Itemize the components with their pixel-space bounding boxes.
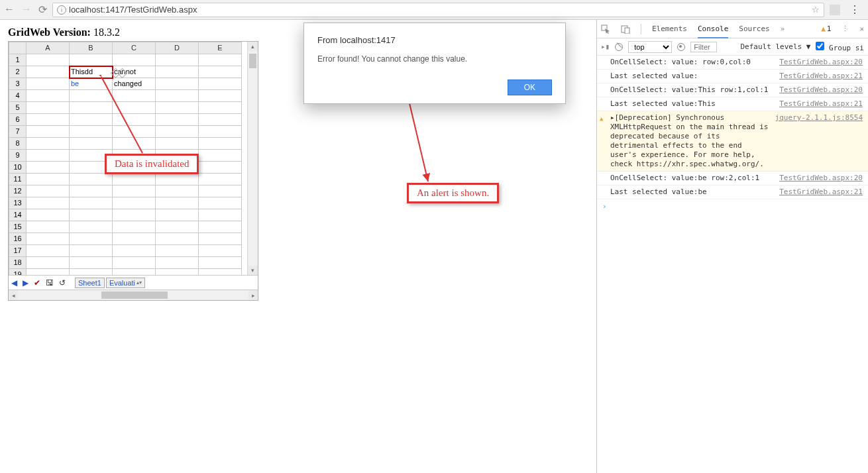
scroll-thumb[interactable] bbox=[249, 54, 256, 68]
console-source-link[interactable]: TestGridWeb.aspx:20 bbox=[779, 58, 863, 67]
grid-cell[interactable] bbox=[156, 138, 199, 150]
grid-cell[interactable] bbox=[156, 126, 199, 138]
grid-cell[interactable] bbox=[113, 114, 156, 126]
grid-cell[interactable] bbox=[113, 102, 156, 114]
devtools-settings-icon[interactable]: ⋮ bbox=[841, 25, 849, 33]
grid-cell[interactable] bbox=[156, 54, 199, 66]
row-header[interactable]: 4 bbox=[9, 90, 27, 102]
row-header[interactable]: 5 bbox=[9, 102, 27, 114]
devtools-tab-sources[interactable]: Sources bbox=[739, 25, 769, 33]
console-clear-icon[interactable] bbox=[615, 43, 623, 51]
grid-cell[interactable] bbox=[199, 209, 242, 221]
grid-cell[interactable] bbox=[156, 174, 199, 185]
row-header[interactable]: 3 bbox=[9, 78, 27, 90]
console-source-link[interactable]: TestGridWeb.aspx:20 bbox=[779, 174, 863, 183]
grid-cell[interactable] bbox=[199, 174, 242, 185]
devtools-tab-console[interactable]: Console bbox=[698, 25, 728, 38]
row-header[interactable]: 9 bbox=[9, 150, 27, 162]
row-header[interactable]: 11 bbox=[9, 174, 27, 185]
grid-cell[interactable] bbox=[113, 90, 156, 102]
hscroll-thumb[interactable] bbox=[101, 291, 168, 299]
grid-cell[interactable] bbox=[70, 174, 113, 185]
grid-cell[interactable] bbox=[27, 114, 70, 126]
commit-icon[interactable]: ✔ bbox=[34, 278, 40, 288]
grid-cell[interactable] bbox=[113, 209, 156, 221]
devtools-close-icon[interactable]: ✕ bbox=[859, 25, 864, 33]
dialog-ok-button[interactable]: OK bbox=[508, 79, 552, 95]
row-header[interactable]: 2 bbox=[9, 66, 27, 78]
grid-cell[interactable] bbox=[199, 245, 242, 257]
grid-cell[interactable] bbox=[113, 138, 156, 150]
console-output[interactable]: OnCellSelect: value: row:0,col:0TestGrid… bbox=[597, 56, 868, 473]
row-header[interactable]: 18 bbox=[9, 257, 27, 269]
undo-icon[interactable]: ↺ bbox=[59, 278, 66, 288]
grid-cell[interactable] bbox=[113, 269, 156, 276]
grid-cell[interactable] bbox=[156, 245, 199, 257]
row-header[interactable]: 1 bbox=[9, 54, 27, 66]
grid-cell[interactable] bbox=[27, 162, 70, 174]
console-filter-input[interactable] bbox=[690, 42, 717, 52]
grid-cell[interactable] bbox=[199, 269, 242, 276]
console-source-link[interactable]: TestGridWeb.aspx:21 bbox=[779, 72, 863, 81]
grid-cell[interactable] bbox=[113, 54, 156, 66]
row-header[interactable]: 17 bbox=[9, 245, 27, 257]
grid-cell[interactable] bbox=[70, 54, 113, 66]
address-bar[interactable]: i localhost:1417/TestGridWeb.aspx ☆ bbox=[52, 3, 824, 17]
grid-cell[interactable] bbox=[199, 197, 242, 209]
grid-cell[interactable] bbox=[27, 185, 70, 197]
console-source-link[interactable]: TestGridWeb.aspx:20 bbox=[779, 85, 863, 95]
grid-cell[interactable]: Thisdd bbox=[70, 66, 113, 78]
grid-cell[interactable] bbox=[156, 78, 199, 90]
tab-sheet1[interactable]: Sheet1 bbox=[75, 278, 105, 288]
column-header[interactable]: C bbox=[113, 42, 156, 54]
grid-cell[interactable] bbox=[113, 185, 156, 197]
row-header[interactable]: 15 bbox=[9, 221, 27, 233]
grid-cell[interactable] bbox=[199, 90, 242, 102]
row-header[interactable]: 10 bbox=[9, 162, 27, 174]
grid-cell[interactable] bbox=[156, 66, 199, 78]
scroll-down-arrow-icon[interactable]: ▾ bbox=[248, 266, 258, 275]
grid-cell[interactable] bbox=[199, 150, 242, 162]
console-context-select[interactable]: top bbox=[628, 41, 672, 53]
grid-cell[interactable] bbox=[113, 257, 156, 269]
grid-cell[interactable] bbox=[70, 245, 113, 257]
grid-cell[interactable] bbox=[156, 221, 199, 233]
grid-cell[interactable] bbox=[27, 78, 70, 90]
row-header[interactable]: 12 bbox=[9, 185, 27, 197]
console-source-link[interactable]: jquery-2.1.1.js:8554 bbox=[775, 113, 863, 123]
grid-cell[interactable] bbox=[27, 221, 70, 233]
vertical-scrollbar[interactable]: ▴ ▾ bbox=[247, 42, 258, 275]
tab-dropdown-icon[interactable]: ▴▾ bbox=[136, 278, 142, 288]
grid-cell[interactable] bbox=[27, 54, 70, 66]
grid-cell[interactable] bbox=[27, 150, 70, 162]
row-header[interactable]: 8 bbox=[9, 138, 27, 150]
grid-cell[interactable] bbox=[27, 90, 70, 102]
tab-evaluation[interactable]: Evaluati▴▾ bbox=[106, 278, 145, 288]
grid-cell[interactable] bbox=[27, 174, 70, 185]
row-header[interactable]: 6 bbox=[9, 114, 27, 126]
grid-cell[interactable] bbox=[156, 209, 199, 221]
grid-cell[interactable]: cannot bbox=[113, 66, 156, 78]
save-icon[interactable]: 🖫 bbox=[46, 278, 54, 288]
grid-cell[interactable]: be bbox=[70, 78, 113, 90]
grid-cell[interactable] bbox=[27, 138, 70, 150]
console-source-link[interactable]: TestGridWeb.aspx:21 bbox=[779, 99, 863, 109]
grid-cell[interactable] bbox=[199, 54, 242, 66]
grid-cell[interactable] bbox=[27, 197, 70, 209]
grid-cell[interactable] bbox=[199, 162, 242, 174]
grid-cell[interactable] bbox=[27, 233, 70, 245]
devtools-tabs-more-icon[interactable]: » bbox=[781, 25, 785, 33]
column-header[interactable]: B bbox=[70, 42, 113, 54]
column-header[interactable]: A bbox=[27, 42, 70, 54]
grid-cell[interactable] bbox=[199, 126, 242, 138]
scroll-right-arrow-icon[interactable]: ▸ bbox=[248, 290, 258, 300]
incognito-icon[interactable] bbox=[830, 5, 840, 15]
grid-cell[interactable] bbox=[156, 114, 199, 126]
grid-cell[interactable] bbox=[70, 90, 113, 102]
grid-cell[interactable] bbox=[70, 138, 113, 150]
devtools-tab-elements[interactable]: Elements bbox=[652, 25, 687, 33]
console-group-checkbox[interactable]: Group si bbox=[816, 42, 864, 52]
console-sidebar-toggle-icon[interactable]: ▸▮ bbox=[601, 42, 610, 51]
row-header[interactable]: 14 bbox=[9, 209, 27, 221]
grid-cell[interactable] bbox=[199, 221, 242, 233]
